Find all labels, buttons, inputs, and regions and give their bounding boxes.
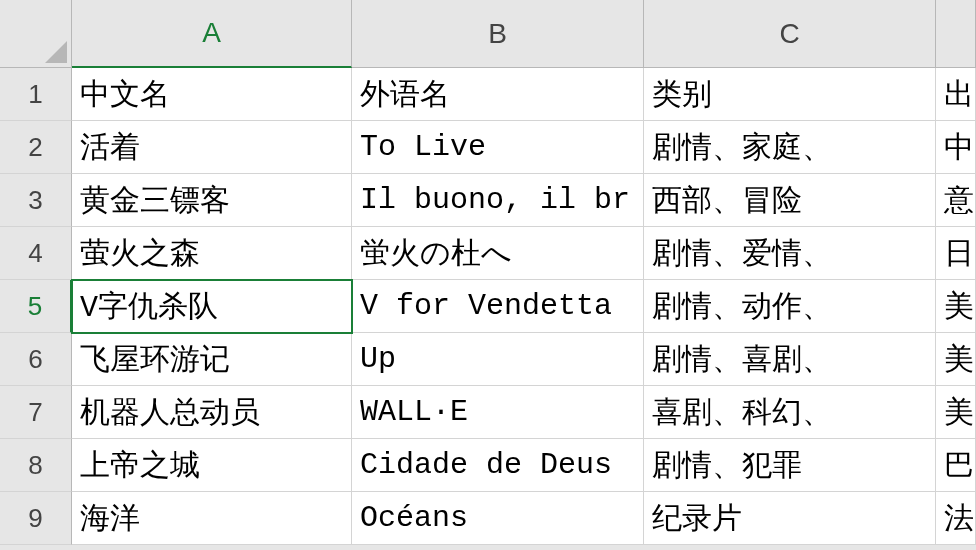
cell-D4[interactable]: 日 xyxy=(936,227,976,280)
cell-D5[interactable]: 美 xyxy=(936,280,976,333)
row-header-6[interactable]: 6 xyxy=(0,333,72,386)
cell-D6[interactable]: 美 xyxy=(936,333,976,386)
cell-A6[interactable]: 飞屋环游记 xyxy=(72,333,352,386)
cell-D2[interactable]: 中 xyxy=(936,121,976,174)
cell-A7[interactable]: 机器人总动员 xyxy=(72,386,352,439)
column-header-A[interactable]: A xyxy=(72,0,352,68)
row-header-9[interactable]: 9 xyxy=(0,492,72,545)
cell-D3[interactable]: 意 xyxy=(936,174,976,227)
cell-A9[interactable]: 海洋 xyxy=(72,492,352,545)
cell-C7[interactable]: 喜剧、科幻、 xyxy=(644,386,936,439)
cell-B8[interactable]: Cidade de Deus xyxy=(352,439,644,492)
cell-C1[interactable]: 类别 xyxy=(644,68,936,121)
cell-A8[interactable]: 上帝之城 xyxy=(72,439,352,492)
cell-D8[interactable]: 巴 xyxy=(936,439,976,492)
cell-B3[interactable]: Il buono, il br xyxy=(352,174,644,227)
cell-D1[interactable]: 出 xyxy=(936,68,976,121)
column-header-D[interactable] xyxy=(936,0,976,68)
cell-D9[interactable]: 法 xyxy=(936,492,976,545)
cell-B7[interactable]: WALL·E xyxy=(352,386,644,439)
spreadsheet-grid: A B C 1 中文名 外语名 类别 出 2 活着 To Live 剧情、家庭、… xyxy=(0,0,976,545)
row-header-2[interactable]: 2 xyxy=(0,121,72,174)
row-header-3[interactable]: 3 xyxy=(0,174,72,227)
row-header-4[interactable]: 4 xyxy=(0,227,72,280)
row-header-1[interactable]: 1 xyxy=(0,68,72,121)
cell-A3[interactable]: 黄金三镖客 xyxy=(72,174,352,227)
cell-C6[interactable]: 剧情、喜剧、 xyxy=(644,333,936,386)
row-header-8[interactable]: 8 xyxy=(0,439,72,492)
select-all-triangle-icon xyxy=(45,41,67,63)
cell-A4[interactable]: 萤火之森 xyxy=(72,227,352,280)
cell-C8[interactable]: 剧情、犯罪 xyxy=(644,439,936,492)
cell-B5[interactable]: V for Vendetta xyxy=(352,280,644,333)
select-all-corner[interactable] xyxy=(0,0,72,68)
cell-A2[interactable]: 活着 xyxy=(72,121,352,174)
cell-B4[interactable]: 蛍火の杜へ xyxy=(352,227,644,280)
cell-C9[interactable]: 纪录片 xyxy=(644,492,936,545)
cell-C3[interactable]: 西部、冒险 xyxy=(644,174,936,227)
cell-B6[interactable]: Up xyxy=(352,333,644,386)
cell-D7[interactable]: 美 xyxy=(936,386,976,439)
cell-B9[interactable]: Océans xyxy=(352,492,644,545)
svg-marker-0 xyxy=(45,41,67,63)
row-header-5[interactable]: 5 xyxy=(0,280,72,333)
row-header-7[interactable]: 7 xyxy=(0,386,72,439)
cell-B2[interactable]: To Live xyxy=(352,121,644,174)
cell-A1[interactable]: 中文名 xyxy=(72,68,352,121)
cell-C4[interactable]: 剧情、爱情、 xyxy=(644,227,936,280)
cell-A5[interactable]: V字仇杀队 xyxy=(72,280,352,333)
cell-C2[interactable]: 剧情、家庭、 xyxy=(644,121,936,174)
cell-C5[interactable]: 剧情、动作、 xyxy=(644,280,936,333)
column-header-B[interactable]: B xyxy=(352,0,644,68)
cell-B1[interactable]: 外语名 xyxy=(352,68,644,121)
column-header-C[interactable]: C xyxy=(644,0,936,68)
